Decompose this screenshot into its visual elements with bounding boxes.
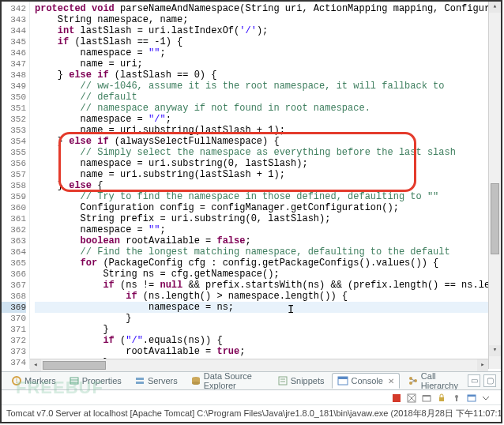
code-line[interactable]: protected void parseNameAndNamespace(Str… bbox=[35, 3, 501, 14]
tab-label: Console bbox=[351, 376, 382, 386]
code-line[interactable]: namespace = uri.substring(0, lastSlash); bbox=[35, 158, 501, 169]
tab-console[interactable]: Console✕ bbox=[332, 373, 399, 389]
line-number: 371 bbox=[2, 324, 26, 335]
view-tabs: !MarkersPropertiesServersData Source Exp… bbox=[2, 371, 501, 390]
scroll-up-arrow-icon[interactable]: ▴ bbox=[489, 2, 501, 13]
tab-call-hierarchy[interactable]: Call Hierarchy bbox=[403, 371, 465, 390]
code-line[interactable]: name = uri; bbox=[35, 58, 501, 70]
tab-label: Snippets bbox=[291, 376, 325, 386]
horizontal-scrollbar[interactable]: ◂ ▸ bbox=[30, 359, 488, 371]
code-line[interactable]: // default bbox=[35, 92, 501, 103]
code-line[interactable]: // namespace anyway if not found in root… bbox=[35, 103, 501, 114]
svg-rect-26 bbox=[439, 397, 444, 401]
code-line[interactable]: if (ns.length() > namespace.length()) { bbox=[35, 291, 501, 302]
tab-snippets[interactable]: Snippets bbox=[273, 374, 329, 388]
code-line[interactable]: boolean rootAvailable = false; bbox=[35, 235, 501, 246]
tab-data-source-explorer[interactable]: Data Source Explorer bbox=[186, 371, 269, 390]
code-line[interactable]: if (ns != null && prefix.startsWith(ns) … bbox=[35, 280, 501, 291]
code-line[interactable]: } else if (alwaysSelectFullNamespace) { bbox=[35, 136, 501, 147]
servers-icon bbox=[134, 375, 145, 386]
tab-properties[interactable]: Properties bbox=[64, 374, 126, 388]
code-line[interactable]: // Find the longest matching namespace, … bbox=[35, 246, 501, 258]
line-number: 363 bbox=[2, 235, 26, 246]
tab-label: Properties bbox=[82, 376, 122, 386]
status-bar: Tomcat v7.0 Server at localhost [Apache … bbox=[2, 406, 501, 420]
code-line[interactable]: // ww-1046, assume it is the root namesp… bbox=[35, 81, 501, 92]
line-number: 372 bbox=[2, 335, 26, 346]
svg-rect-24 bbox=[423, 396, 431, 401]
code-line[interactable]: namespace = ns; bbox=[35, 302, 501, 313]
scroll-right-arrow-icon[interactable]: ▸ bbox=[477, 359, 488, 371]
code-line[interactable]: if (lastSlash == -1) { bbox=[35, 36, 501, 47]
line-number: 343 bbox=[2, 14, 26, 25]
line-number: 354 bbox=[2, 136, 26, 147]
line-number: 370 bbox=[2, 313, 26, 324]
tab-markers[interactable]: !Markers bbox=[6, 374, 61, 388]
code-line[interactable]: namespace = ""; bbox=[35, 47, 501, 58]
code-line[interactable]: // Try to find the namespace in those de… bbox=[35, 191, 501, 202]
markers-icon: ! bbox=[11, 375, 22, 386]
svg-rect-10 bbox=[279, 377, 287, 385]
tab-label: Data Source Explorer bbox=[204, 371, 265, 390]
snippets-icon bbox=[277, 375, 288, 386]
console-toolbar bbox=[2, 391, 501, 405]
line-number: 350 bbox=[2, 92, 26, 103]
svg-text:!: ! bbox=[16, 377, 18, 385]
svg-rect-6 bbox=[136, 382, 144, 384]
line-number: 355 bbox=[2, 147, 26, 158]
code-line[interactable]: name = uri.substring(lastSlash + 1); bbox=[35, 125, 501, 136]
code-content[interactable]: protected void parseNameAndNamespace(Str… bbox=[30, 2, 501, 369]
code-line[interactable]: String ns = cfg.getNamespace(); bbox=[35, 269, 501, 280]
maximize-view-button[interactable]: ▢ bbox=[483, 374, 496, 387]
open-console-dropdown-icon[interactable] bbox=[482, 393, 493, 404]
code-line[interactable]: int lastSlash = uri.lastIndexOf('/'); bbox=[35, 25, 501, 36]
code-line[interactable]: rootAvailable = true; bbox=[35, 346, 501, 357]
code-line[interactable]: if ("/".equals(ns)) { bbox=[35, 335, 501, 346]
horizontal-scroll-thumb[interactable] bbox=[43, 361, 106, 370]
line-number: 351 bbox=[2, 103, 26, 114]
tab-servers[interactable]: Servers bbox=[130, 374, 182, 388]
properties-icon bbox=[69, 375, 80, 386]
svg-rect-5 bbox=[136, 378, 144, 380]
remove-all-terminated-icon[interactable] bbox=[407, 393, 418, 404]
code-line[interactable]: // Simply select the namespace as everyt… bbox=[35, 147, 501, 158]
status-text: Tomcat v7.0 Server at localhost [Apache … bbox=[6, 408, 501, 419]
display-selected-console-icon[interactable] bbox=[467, 393, 478, 404]
terminate-icon[interactable] bbox=[392, 393, 403, 404]
code-line[interactable]: Configuration config = configManager.get… bbox=[35, 202, 501, 213]
line-number: 346 bbox=[2, 47, 26, 58]
line-number: 359 bbox=[2, 191, 26, 202]
clear-console-icon[interactable] bbox=[422, 393, 433, 404]
line-number: 374 bbox=[2, 357, 26, 368]
code-line[interactable]: namespace = "/"; bbox=[35, 114, 501, 125]
scroll-down-arrow-icon[interactable]: ▾ bbox=[489, 345, 501, 356]
line-number: 364 bbox=[2, 246, 26, 258]
line-number: 368 bbox=[2, 291, 26, 302]
line-number: 352 bbox=[2, 114, 26, 125]
code-line[interactable]: } bbox=[35, 324, 501, 335]
vertical-scrollbar[interactable]: ▴ ▾ bbox=[488, 2, 501, 369]
code-line[interactable]: } else if (lastSlash == 0) { bbox=[35, 70, 501, 81]
code-line[interactable]: } bbox=[35, 313, 501, 324]
callhier-icon bbox=[408, 375, 419, 386]
code-line[interactable]: name = uri.substring(lastSlash + 1); bbox=[35, 169, 501, 180]
code-line[interactable]: } else { bbox=[35, 180, 501, 191]
line-number: 349 bbox=[2, 81, 26, 92]
scroll-lock-icon[interactable] bbox=[437, 393, 448, 404]
svg-rect-2 bbox=[70, 378, 78, 384]
code-editor[interactable]: 3423433443453463473483493503513523533543… bbox=[2, 2, 501, 369]
svg-point-9 bbox=[192, 382, 200, 385]
line-number: 361 bbox=[2, 213, 26, 224]
scroll-left-arrow-icon[interactable]: ◂ bbox=[30, 359, 41, 371]
code-line[interactable]: String prefix = uri.substring(0, lastSla… bbox=[35, 213, 501, 224]
code-line[interactable]: for (PackageConfig cfg : config.getPacka… bbox=[35, 258, 501, 269]
code-line[interactable]: namespace = ""; bbox=[35, 224, 501, 235]
svg-rect-20 bbox=[393, 394, 401, 402]
line-number: 344 bbox=[2, 25, 26, 36]
line-number: 357 bbox=[2, 169, 26, 180]
code-line[interactable]: String namespace, name; bbox=[35, 14, 501, 25]
minimize-view-button[interactable]: ▭ bbox=[468, 374, 480, 387]
vertical-scroll-thumb[interactable] bbox=[491, 183, 499, 254]
pin-console-icon[interactable] bbox=[452, 393, 463, 404]
close-icon[interactable]: ✕ bbox=[388, 377, 394, 386]
